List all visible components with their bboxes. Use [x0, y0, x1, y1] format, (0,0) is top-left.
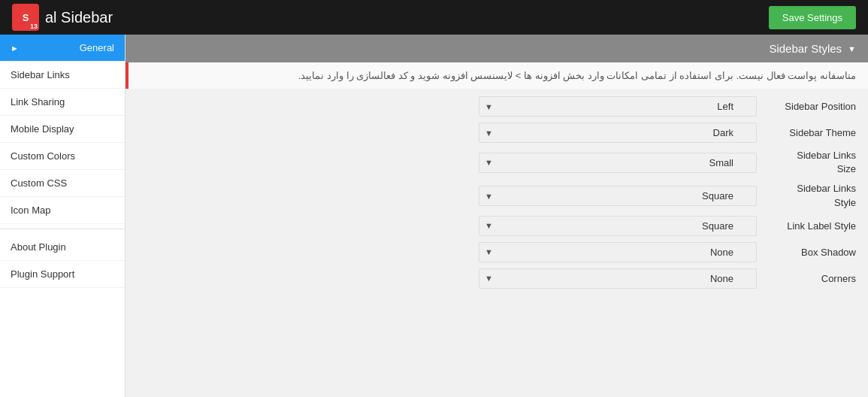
corners-label: Corners	[766, 273, 856, 284]
main-content-area: Sidebar Styles ▼ متاسفانه پواست فعال نیس…	[126, 35, 868, 397]
sidebar-item-link-sharing[interactable]: Link Sharing	[0, 89, 125, 116]
sidebar-links-size-select[interactable]: Small Medium Large	[479, 153, 757, 173]
setting-row-sidebar-position: Left Right ▼ Sidebar Position	[138, 96, 856, 117]
sidebar-item-general[interactable]: ► General	[0, 35, 125, 62]
sidebar-item-label: Custom CSS	[11, 177, 67, 189]
sidebar-position-select[interactable]: Left Right	[479, 96, 757, 117]
setting-row-link-label-style: Square Round None ▼ Link Label Style	[138, 216, 856, 236]
nav-divider	[0, 229, 125, 229]
link-label-style-select-wrapper: Square Round None ▼	[479, 216, 757, 236]
box-shadow-label: Box Shadow	[766, 247, 856, 258]
setting-row-corners: None Rounded Round ▼ Corners	[138, 268, 856, 289]
sidebar-item-about-plugin[interactable]: About Plugin	[0, 234, 125, 261]
sidebar-item-plugin-support[interactable]: Plugin Support	[0, 261, 125, 288]
sidebar-item-icon-map[interactable]: Icon Map	[0, 197, 125, 224]
setting-row-sidebar-links-size: Small Medium Large ▼ Sidebar LinksSize	[138, 149, 856, 176]
app-header: S al Sidebar Save Settings	[0, 0, 868, 35]
sidebar-position-select-wrapper: Left Right ▼	[479, 96, 757, 117]
notice-bar: متاسفانه پواست فعال نیست. برای استفاده ا…	[126, 62, 868, 89]
sidebar-theme-select[interactable]: Dark Light	[479, 123, 757, 143]
sidebar-item-label: About Plugin	[11, 241, 66, 253]
sidebar-item-label: General	[80, 42, 114, 53]
sidebar-links-size-select-wrapper: Small Medium Large ▼	[479, 153, 757, 173]
sidebar-links-size-label: Sidebar LinksSize	[766, 149, 856, 176]
sidebar-item-label: Mobile Display	[11, 123, 74, 135]
main-layout: ► General Sidebar Links Link Sharing Mob…	[0, 35, 868, 397]
settings-area: Left Right ▼ Sidebar Position Dark Light…	[126, 89, 868, 302]
notice-text: متاسفانه پواست فعال نیست. برای استفاده ا…	[298, 70, 856, 81]
sidebar-item-label: Plugin Support	[11, 268, 74, 280]
box-shadow-select[interactable]: None Light Heavy	[479, 242, 757, 262]
box-shadow-select-wrapper: None Light Heavy ▼	[479, 242, 757, 262]
setting-row-sidebar-links-style: Square Round Circle ▼ Sidebar LinksStyle	[138, 182, 856, 209]
sidebar-navigation: ► General Sidebar Links Link Sharing Mob…	[0, 35, 126, 397]
sidebar-item-custom-colors[interactable]: Custom Colors	[0, 143, 125, 170]
app-title: al Sidebar	[45, 9, 113, 26]
sidebar-links-style-select[interactable]: Square Round Circle	[479, 186, 757, 206]
save-settings-button[interactable]: Save Settings	[769, 6, 856, 29]
content-header-bar: Sidebar Styles ▼	[126, 35, 868, 62]
sidebar-links-style-label: Sidebar LinksStyle	[766, 182, 856, 209]
sidebar-item-custom-css[interactable]: Custom CSS	[0, 170, 125, 197]
link-label-style-label: Link Label Style	[766, 220, 856, 232]
sidebar-links-style-select-wrapper: Square Round Circle ▼	[479, 186, 757, 206]
corners-select-wrapper: None Rounded Round ▼	[479, 268, 757, 289]
logo-area: S al Sidebar	[12, 4, 113, 31]
link-label-style-select[interactable]: Square Round None	[479, 216, 757, 236]
sidebar-item-label: Link Sharing	[11, 96, 65, 108]
sidebar-theme-label: Sidebar Theme	[766, 127, 856, 138]
setting-row-sidebar-theme: Dark Light ▼ Sidebar Theme	[138, 123, 856, 143]
sidebar-item-label: Sidebar Links	[11, 69, 70, 80]
content-header-title: Sidebar Styles	[769, 42, 842, 55]
sidebar-item-mobile-display[interactable]: Mobile Display	[0, 116, 125, 143]
setting-row-box-shadow: None Light Heavy ▼ Box Shadow	[138, 242, 856, 262]
logo-icon: S	[12, 4, 39, 31]
sidebar-position-label: Sidebar Position	[766, 101, 856, 112]
corners-select[interactable]: None Rounded Round	[479, 268, 757, 289]
chevron-right-icon: ►	[11, 44, 19, 53]
sidebar-theme-select-wrapper: Dark Light ▼	[479, 123, 757, 143]
header-dropdown-icon[interactable]: ▼	[848, 44, 856, 53]
sidebar-item-sidebar-links[interactable]: Sidebar Links	[0, 62, 125, 89]
sidebar-item-label: Custom Colors	[11, 150, 75, 162]
sidebar-item-label: Icon Map	[11, 205, 50, 216]
